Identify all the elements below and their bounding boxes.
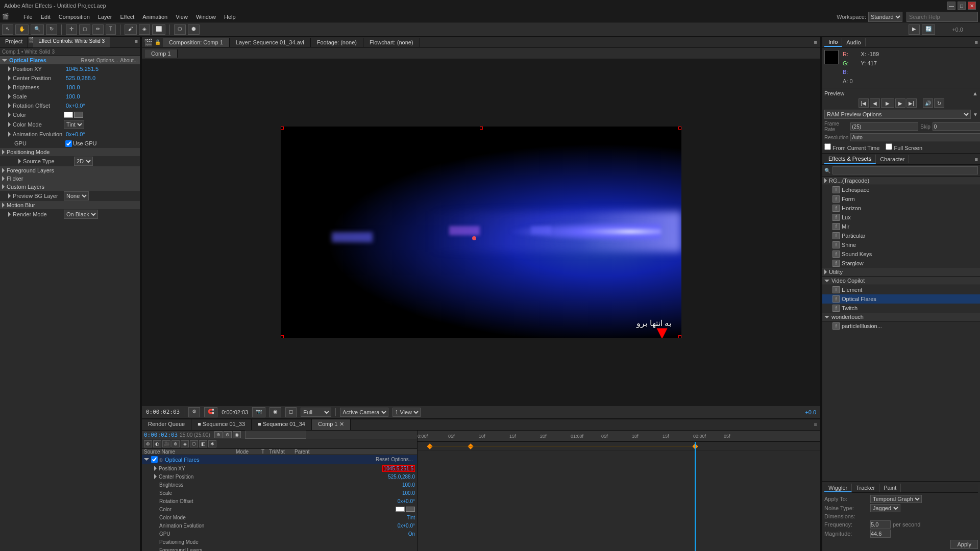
about-btn[interactable]: About...	[120, 58, 138, 63]
zoom-select[interactable]: Full Half Third Quarter	[301, 408, 331, 417]
tl-search[interactable]	[245, 431, 306, 439]
wig-apply-select[interactable]: Temporal Graph	[870, 495, 922, 503]
prev-audio-btn[interactable]: 🔊	[923, 98, 933, 108]
color-swatch-2[interactable]	[74, 112, 83, 118]
seq33-tab[interactable]: ■ Sequence 01_33	[191, 419, 252, 430]
flicker-header[interactable]: Flicker	[0, 174, 140, 183]
tl-prop-val[interactable]: Tint	[407, 515, 415, 520]
camera-select[interactable]: Active Camera	[340, 408, 388, 417]
tl-btn-3[interactable]: 🎥	[162, 440, 170, 447]
tl-color-swatch[interactable]	[396, 507, 405, 512]
skip-input[interactable]	[933, 122, 980, 131]
comp-settings-btn[interactable]: ⚙	[188, 407, 200, 417]
effects-search-input[interactable]	[832, 166, 978, 174]
effects-panel-menu[interactable]: ≡	[975, 156, 978, 162]
prop-value[interactable]: 100.0	[66, 84, 80, 90]
right-panel-menu[interactable]: ≡	[975, 39, 978, 45]
comp-tab-layer[interactable]: Layer: Sequence 01_34.avi	[230, 38, 311, 47]
quality-btn[interactable]: ◉	[270, 407, 281, 417]
comp-tab-footage[interactable]: Footage: (none)	[311, 38, 363, 47]
workspace-select[interactable]: Standard	[868, 12, 902, 22]
eff-particleillusion[interactable]: f particleIllusion...	[822, 321, 980, 331]
prev-fwd-btn[interactable]: ▶	[895, 98, 905, 108]
prop-value[interactable]: 0x+0.0°	[66, 131, 85, 137]
ram-preview-select[interactable]: RAM Preview Options	[824, 110, 971, 119]
gpu-checkbox[interactable]	[65, 140, 72, 147]
minimize-btn[interactable]: —	[947, 2, 955, 10]
frame-rate-input[interactable]	[850, 122, 918, 131]
character-tab[interactable]: Character	[876, 155, 909, 163]
preview-menu-btn[interactable]: ▼	[973, 112, 978, 117]
eff-twitch[interactable]: f Twitch	[822, 304, 980, 313]
source-type-select[interactable]: 2D	[74, 157, 93, 166]
preview-collapse-btn[interactable]: ▲	[972, 90, 978, 96]
color-mode-select[interactable]: Tint	[64, 120, 84, 129]
eff-element[interactable]: f Element	[822, 285, 980, 294]
eff-shine[interactable]: f Shine	[822, 240, 980, 249]
prev-last-btn[interactable]: ▶|	[906, 98, 917, 108]
tl-btn-6[interactable]: ⬡	[190, 440, 198, 447]
motion-blur-header[interactable]: Motion Blur	[0, 201, 140, 209]
tl-prop-val[interactable]: 1045.5,251.5	[382, 465, 415, 472]
prev-loop-btn[interactable]: ↻	[934, 98, 944, 108]
eff-optical-flares[interactable]: f Optical Flares	[822, 294, 980, 304]
eff-particular[interactable]: f Particular	[822, 231, 980, 240]
preview-bg-select[interactable]: None	[64, 191, 89, 201]
transparency-btn[interactable]: ◻	[285, 407, 297, 417]
tl-ctrl-2[interactable]: ⊖	[224, 431, 232, 438]
tool-shape[interactable]: ◻	[79, 24, 90, 35]
prev-back-btn[interactable]: ◀	[870, 98, 880, 108]
tool-eraser[interactable]: ⬜	[152, 24, 165, 35]
tl-menu-btn[interactable]: ≡	[811, 419, 820, 430]
layer-options[interactable]: Options...	[391, 457, 413, 462]
comp1-timeline-tab[interactable]: Comp 1 ✕	[312, 419, 351, 430]
optical-flares-header[interactable]: Optical Flares Reset Options... About...	[0, 56, 140, 64]
color-swatch[interactable]	[64, 112, 73, 118]
menu-layer[interactable]: Layer	[94, 13, 116, 21]
maximize-btn[interactable]: □	[958, 2, 966, 10]
tool-anchor[interactable]: ✛	[66, 24, 77, 35]
layer-reset[interactable]: Reset	[376, 457, 389, 462]
wig-freq-input[interactable]	[870, 520, 891, 529]
eff-mir[interactable]: f Mir	[822, 222, 980, 231]
tl-ctrl-3[interactable]: ◉	[233, 431, 241, 438]
render-mode-select[interactable]: On Black	[64, 210, 98, 219]
wig-apply-btn[interactable]: Apply	[950, 540, 978, 549]
tl-btn-5[interactable]: ◈	[181, 440, 189, 447]
utility-group-header[interactable]: Utility	[822, 268, 980, 277]
paint-tab[interactable]: Paint	[879, 484, 901, 492]
view-select[interactable]: 1 View	[393, 408, 421, 417]
panel-expand-btn[interactable]: ≡	[811, 39, 820, 45]
tool-text[interactable]: T	[106, 24, 116, 35]
tool-zoom[interactable]: 🔍	[31, 24, 44, 35]
positioning-mode-header[interactable]: Positioning Mode	[0, 148, 140, 156]
tool-play[interactable]: ▶	[909, 24, 920, 35]
reset-btn[interactable]: Reset	[81, 58, 94, 63]
search-help-input[interactable]	[906, 12, 978, 22]
menu-help[interactable]: Help	[220, 13, 240, 21]
audio-tab[interactable]: Audio	[842, 38, 865, 46]
keyframe-2[interactable]	[468, 443, 473, 449]
from-current-time-cb[interactable]	[824, 143, 831, 150]
timeline-playhead[interactable]	[695, 442, 696, 551]
eff-lux[interactable]: f Lux	[822, 213, 980, 222]
tool-loop[interactable]: 🔄	[922, 24, 935, 35]
tool-rotate[interactable]: ↻	[46, 24, 57, 35]
effect-controls-tab[interactable]: Effect Controls: White Solid 3	[33, 37, 110, 47]
tool-puppet[interactable]: ⬢	[188, 24, 200, 35]
tl-prop-val[interactable]: On	[408, 531, 415, 537]
menu-animation[interactable]: Animation	[138, 13, 172, 21]
comp-tab-flowchart[interactable]: Flowchart: (none)	[363, 38, 420, 47]
full-screen-cb[interactable]	[886, 143, 892, 150]
tl-btn-2[interactable]: ◐	[153, 440, 161, 447]
tl-ctrl-1[interactable]: ⊕	[214, 431, 223, 438]
eff-sound-keys[interactable]: f Sound Keys	[822, 249, 980, 259]
render-queue-tab[interactable]: Render Queue	[142, 419, 191, 430]
tl-color-swatch2[interactable]	[406, 507, 415, 512]
camera-btn[interactable]: 📷	[252, 407, 265, 417]
eff-starglow[interactable]: f Starglow	[822, 259, 980, 268]
tl-prop-val[interactable]: 100.0	[402, 482, 415, 488]
close-btn[interactable]: ✕	[968, 2, 976, 10]
project-tab[interactable]: Project	[0, 37, 28, 47]
tool-clone[interactable]: ◈	[139, 24, 150, 35]
